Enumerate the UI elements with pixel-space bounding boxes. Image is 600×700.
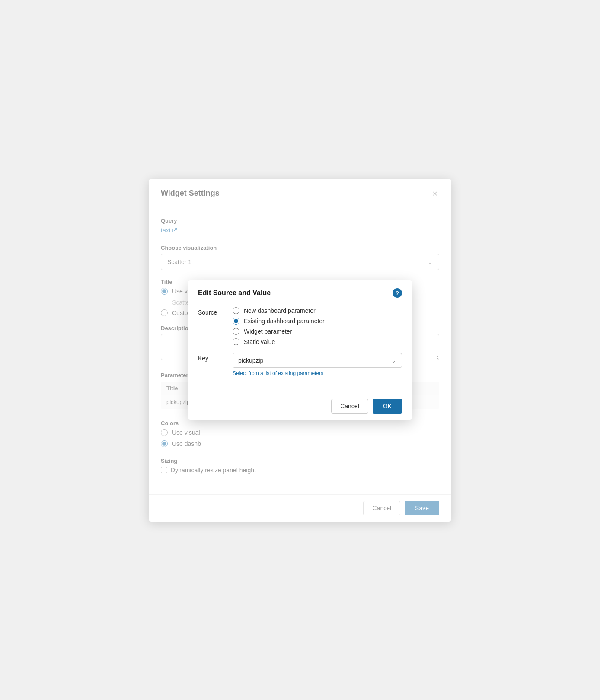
sub-dialog: Edit Source and Value ? Source New dashb… (188, 280, 412, 420)
help-icon[interactable]: ? (393, 288, 402, 298)
key-label: Key (198, 353, 233, 362)
source-radio-widget-parameter[interactable] (233, 328, 239, 335)
source-label: Source (198, 307, 233, 316)
source-radio-existing-dashboard[interactable] (233, 318, 239, 325)
source-option-static-value[interactable]: Static value (233, 338, 402, 345)
sub-dialog-overlay: Edit Source and Value ? Source New dashb… (149, 179, 451, 522)
source-label-widget-parameter: Widget parameter (244, 328, 292, 335)
source-row: Source New dashboard parameter Existing … (198, 307, 402, 345)
source-label-new-dashboard: New dashboard parameter (244, 307, 316, 314)
main-dialog: Widget Settings × Query taxi Choose visu… (149, 179, 451, 522)
key-dropdown[interactable]: pickupzip ⌄ (233, 353, 402, 368)
sub-dialog-footer: Cancel OK (188, 393, 412, 420)
key-chevron-icon: ⌄ (391, 357, 396, 364)
source-option-existing-dashboard[interactable]: Existing dashboard parameter (233, 318, 402, 325)
source-option-widget-parameter[interactable]: Widget parameter (233, 328, 402, 335)
source-radio-new-dashboard[interactable] (233, 307, 239, 314)
key-content: pickupzip ⌄ Select from a list of existi… (233, 353, 402, 376)
key-value: pickupzip (238, 357, 263, 364)
source-label-existing-dashboard: Existing dashboard parameter (244, 318, 325, 325)
key-row: Key pickupzip ⌄ Select from a list of ex… (198, 353, 402, 376)
source-options: New dashboard parameter Existing dashboa… (233, 307, 402, 345)
key-hint: Select from a list of existing parameter… (233, 370, 402, 376)
sub-dialog-header: Edit Source and Value ? (188, 280, 412, 304)
sub-cancel-button[interactable]: Cancel (331, 399, 368, 414)
source-radio-static-value[interactable] (233, 338, 239, 345)
sub-ok-button[interactable]: OK (373, 399, 402, 414)
source-label-static-value: Static value (244, 338, 275, 345)
source-option-new-dashboard[interactable]: New dashboard parameter (233, 307, 402, 314)
sub-dialog-body: Source New dashboard parameter Existing … (188, 304, 412, 393)
sub-dialog-title: Edit Source and Value (198, 289, 271, 297)
